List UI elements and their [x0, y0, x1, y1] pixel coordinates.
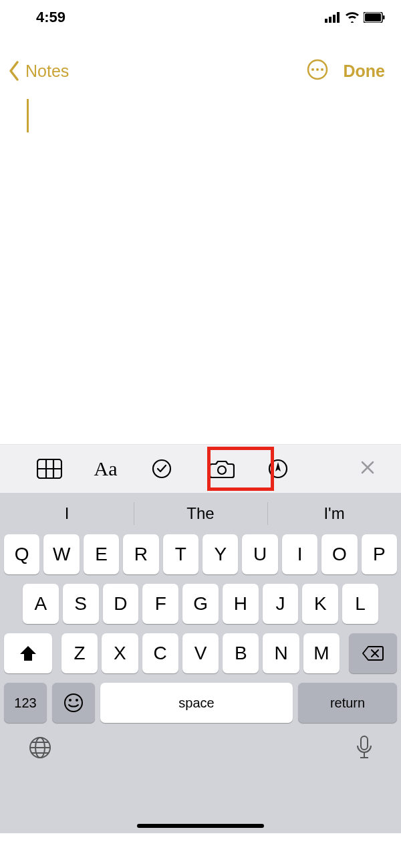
emoji-icon [63, 692, 84, 714]
pen-circle-icon [267, 458, 289, 479]
key-b[interactable]: B [223, 633, 259, 673]
back-button[interactable]: Notes [5, 60, 69, 82]
suggestion-bar: I The I'm [0, 493, 401, 534]
svg-rect-3 [337, 12, 340, 23]
key-y[interactable]: Y [203, 534, 238, 574]
svg-rect-24 [361, 736, 368, 750]
svg-point-10 [321, 68, 323, 71]
key-o[interactable]: O [321, 534, 357, 574]
keyboard: I The I'm Q W E R T Y U I O P A S D F G … [0, 493, 401, 833]
globe-button[interactable] [28, 736, 52, 762]
key-i[interactable]: I [282, 534, 317, 574]
svg-rect-0 [325, 19, 327, 23]
dictation-button[interactable] [356, 735, 373, 763]
key-backspace[interactable] [349, 633, 397, 673]
key-c[interactable]: C [142, 633, 178, 673]
key-h[interactable]: H [223, 584, 259, 624]
key-w[interactable]: W [43, 534, 79, 574]
svg-point-19 [69, 699, 72, 701]
key-shift[interactable] [4, 633, 52, 673]
key-q[interactable]: Q [4, 534, 39, 574]
text-cursor [27, 99, 29, 132]
format-icon: Aa [94, 457, 118, 480]
svg-rect-6 [383, 15, 385, 19]
key-k[interactable]: K [302, 584, 338, 624]
close-toolbar-button[interactable] [360, 457, 376, 480]
key-a[interactable]: A [23, 584, 59, 624]
camera-icon [209, 459, 235, 479]
back-label: Notes [25, 62, 69, 81]
suggestion-3[interactable]: I'm [267, 504, 401, 523]
key-r[interactable]: R [123, 534, 158, 574]
key-u[interactable]: U [242, 534, 277, 574]
status-icons [325, 12, 385, 23]
svg-point-8 [311, 68, 314, 71]
svg-rect-1 [329, 17, 331, 23]
key-t[interactable]: T [163, 534, 198, 574]
home-indicator[interactable] [137, 824, 264, 828]
done-button[interactable]: Done [344, 62, 386, 81]
key-v[interactable]: V [182, 633, 219, 673]
checklist-button[interactable] [147, 454, 176, 483]
key-e[interactable]: E [84, 534, 119, 574]
suggestion-1[interactable]: I [0, 504, 134, 523]
svg-point-9 [316, 68, 319, 71]
cellular-icon [325, 12, 341, 23]
key-space[interactable]: space [100, 683, 293, 723]
more-button[interactable] [306, 58, 329, 84]
key-g[interactable]: G [182, 584, 219, 624]
key-f[interactable]: F [142, 584, 178, 624]
svg-rect-2 [333, 15, 336, 23]
shift-icon [19, 645, 37, 662]
key-j[interactable]: J [263, 584, 299, 624]
globe-icon [28, 736, 52, 760]
format-button[interactable]: Aa [91, 454, 120, 483]
status-bar: 4:59 [0, 0, 401, 35]
svg-point-18 [65, 694, 82, 712]
svg-point-15 [153, 460, 170, 477]
key-x[interactable]: X [102, 633, 138, 673]
nav-bar: Notes Done [0, 51, 401, 91]
backspace-icon [362, 645, 384, 661]
svg-rect-5 [365, 13, 381, 21]
battery-icon [364, 12, 385, 23]
table-icon [37, 459, 62, 479]
key-m[interactable]: M [303, 633, 340, 673]
svg-point-20 [76, 699, 78, 701]
markup-button[interactable] [263, 454, 293, 483]
key-l[interactable]: L [342, 584, 378, 624]
note-body[interactable] [0, 91, 401, 444]
chevron-left-icon [5, 60, 24, 82]
wifi-icon [345, 12, 360, 23]
table-button[interactable] [35, 454, 64, 483]
key-emoji[interactable] [52, 683, 95, 723]
key-d[interactable]: D [103, 584, 139, 624]
close-icon [360, 459, 376, 475]
key-s[interactable]: S [63, 584, 99, 624]
notes-toolbar: Aa [0, 444, 401, 493]
key-p[interactable]: P [362, 534, 397, 574]
mic-icon [356, 735, 373, 760]
key-numbers[interactable]: 123 [4, 683, 47, 723]
key-z[interactable]: Z [61, 633, 98, 673]
camera-button[interactable] [207, 454, 237, 483]
suggestion-2[interactable]: The [134, 504, 267, 523]
svg-point-16 [218, 466, 226, 474]
status-time: 4:59 [36, 9, 65, 26]
key-return[interactable]: return [298, 683, 397, 723]
checkmark-circle-icon [151, 458, 172, 479]
key-n[interactable]: N [263, 633, 299, 673]
more-icon [306, 58, 329, 81]
